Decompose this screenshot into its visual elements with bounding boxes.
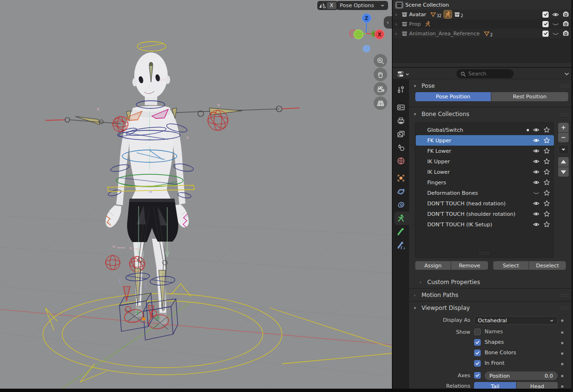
- properties-search[interactable]: [456, 69, 514, 78]
- outliner-row-avatar[interactable]: › Avatar 32 2: [393, 10, 573, 19]
- solo-star-icon[interactable]: [543, 190, 550, 196]
- decorator-dot[interactable]: [561, 319, 563, 322]
- search-input[interactable]: [468, 71, 507, 77]
- shapes-checkbox[interactable]: [474, 339, 481, 346]
- hide-viewport-eye-icon[interactable]: [552, 11, 559, 18]
- visibility-eye-icon[interactable]: [533, 158, 540, 165]
- panel-grip[interactable]: :::::: [561, 306, 569, 310]
- tab-object-constraints[interactable]: [395, 199, 407, 211]
- orientation-gizmo[interactable]: Y Z X: [346, 12, 389, 55]
- visibility-eye-icon[interactable]: [533, 190, 540, 196]
- list-item[interactable]: DON'T TOUCH (head rotation): [416, 198, 554, 209]
- disable-render-camera-icon[interactable]: [562, 30, 569, 37]
- visibility-eye-icon[interactable]: [533, 200, 540, 207]
- list-item[interactable]: IK Upper: [416, 156, 554, 167]
- camera-view-button[interactable]: [374, 82, 387, 95]
- move-up-button[interactable]: [558, 157, 569, 167]
- decorator-dot[interactable]: [561, 375, 563, 377]
- outliner-row-animation-area-reference[interactable]: › Animation_Area_Reference 2: [393, 29, 573, 38]
- bone-collections-list[interactable]: Global/Switch FK Upper FK Lower IK Upper…: [415, 122, 554, 258]
- pose-position-button[interactable]: Pose Position: [415, 92, 491, 101]
- panel-header-viewport-display[interactable]: ▾ Viewport Display :::::: [409, 303, 573, 313]
- solo-star-icon[interactable]: [543, 221, 550, 228]
- list-item[interactable]: FK Lower: [416, 146, 554, 156]
- solo-star-icon[interactable]: [543, 158, 550, 165]
- hide-viewport-eye-icon[interactable]: [552, 21, 559, 28]
- pose-options-dropdown[interactable]: Pose Options: [336, 1, 388, 10]
- list-item[interactable]: IK Lower: [416, 167, 554, 177]
- solo-star-icon[interactable]: [543, 148, 550, 154]
- tab-object-data-armature[interactable]: [395, 212, 407, 224]
- tab-bone[interactable]: [395, 226, 407, 237]
- solo-star-icon[interactable]: [543, 137, 550, 144]
- display-as-dropdown[interactable]: Octahedral: [474, 316, 558, 325]
- visibility-eye-icon[interactable]: [533, 179, 540, 186]
- axes-checkbox[interactable]: [474, 372, 481, 379]
- panel-grip[interactable]: :::::: [561, 293, 569, 297]
- tab-world[interactable]: [395, 155, 407, 167]
- in-front-checkbox[interactable]: [474, 360, 481, 367]
- panel-grip[interactable]: :::::: [561, 84, 569, 88]
- add-collection-button[interactable]: [558, 123, 569, 132]
- visibility-eye-icon[interactable]: [533, 221, 540, 228]
- visibility-eye-icon[interactable]: [533, 127, 540, 133]
- selectability-checkbox[interactable]: [542, 31, 549, 37]
- panel-header-pose[interactable]: ▾ Pose :::::: [409, 81, 573, 91]
- tab-bone-constraints[interactable]: [395, 239, 407, 251]
- expand-arrow-icon[interactable]: ›: [393, 21, 400, 27]
- selectability-checkbox[interactable]: [542, 21, 549, 27]
- expand-arrow-icon[interactable]: ›: [393, 31, 400, 36]
- disable-render-camera-icon[interactable]: [562, 11, 569, 18]
- hide-viewport-eye-icon[interactable]: [552, 30, 559, 37]
- editor-type-button[interactable]: [397, 70, 411, 78]
- decorator-dot[interactable]: [561, 385, 563, 388]
- panel-grip[interactable]: :::::: [561, 112, 569, 117]
- panel-header-bone-collections[interactable]: ▾ Bone Collections :::::: [409, 109, 573, 119]
- gizmo-y-ball[interactable]: [354, 30, 363, 39]
- decorator-dot[interactable]: [561, 342, 563, 344]
- panel-header-motion-paths[interactable]: › Motion Paths :::::: [409, 290, 573, 300]
- visibility-eye-icon[interactable]: [533, 137, 540, 144]
- viewport-canvas[interactable]: [0, 0, 392, 389]
- remove-collection-button[interactable]: [558, 133, 569, 142]
- gizmo-neg-z-ball[interactable]: [363, 45, 370, 53]
- list-item[interactable]: Deformation Bones: [416, 188, 554, 198]
- tab-render[interactable]: [395, 102, 407, 113]
- pan-button[interactable]: [374, 68, 387, 81]
- orthographic-toggle-button[interactable]: [374, 96, 387, 110]
- visibility-eye-icon[interactable]: [533, 169, 540, 175]
- list-item[interactable]: DON'T TOUCH (IK Setup): [416, 219, 554, 230]
- select-button[interactable]: Select: [493, 261, 529, 270]
- expand-arrow-icon[interactable]: ›: [393, 12, 400, 17]
- move-down-button[interactable]: [558, 167, 569, 177]
- solo-star-icon[interactable]: [543, 211, 550, 217]
- solo-star-icon[interactable]: [543, 127, 550, 133]
- disable-render-camera-icon[interactable]: [562, 21, 569, 27]
- tab-view-layer[interactable]: [395, 128, 407, 140]
- assign-button[interactable]: Assign: [415, 261, 451, 270]
- list-item[interactable]: DON'T TOUCH (shoulder rotation): [416, 209, 554, 219]
- bone-colors-checkbox[interactable]: [474, 350, 481, 356]
- outliner-row-prop[interactable]: › Prop: [393, 19, 573, 29]
- zoom-button[interactable]: [374, 54, 387, 67]
- visibility-eye-icon[interactable]: [533, 148, 540, 154]
- tab-physics[interactable]: [395, 186, 407, 197]
- list-item-selected[interactable]: FK Upper: [416, 135, 554, 146]
- decorator-dot[interactable]: [561, 331, 563, 334]
- outliner-row-scene-collection[interactable]: Scene Collection: [393, 0, 573, 10]
- tab-output[interactable]: [395, 115, 407, 127]
- solo-star-icon[interactable]: [543, 179, 550, 186]
- remove-button[interactable]: Remove: [451, 261, 488, 270]
- decorator-dot[interactable]: [561, 352, 563, 355]
- list-item[interactable]: Global/Switch: [416, 125, 554, 135]
- axes-position-slider[interactable]: Position 0.0: [485, 371, 558, 380]
- names-checkbox[interactable]: [474, 328, 481, 335]
- relations-tail-button[interactable]: Tail: [474, 382, 516, 389]
- solo-star-icon[interactable]: [543, 169, 550, 175]
- list-item[interactable]: Fingers: [416, 177, 554, 188]
- panel-header-custom-properties[interactable]: › Custom Properties: [409, 277, 573, 287]
- mirror-x-toggle[interactable]: X: [327, 2, 336, 9]
- tab-tool[interactable]: [395, 84, 407, 95]
- tab-scene[interactable]: [395, 142, 407, 153]
- viewport-3d[interactable]: X Pose Options ‹ Y Z X: [0, 0, 392, 389]
